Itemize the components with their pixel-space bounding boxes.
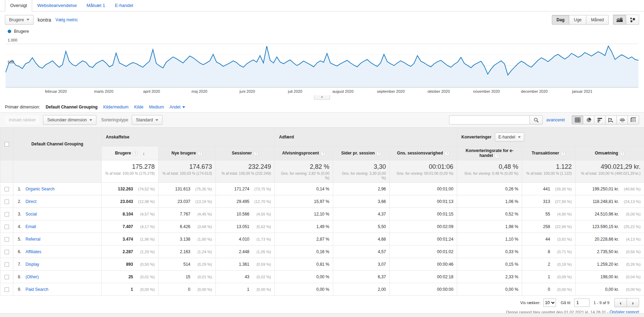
advanced-link[interactable]: avanceret: [546, 118, 565, 122]
column-header-konverteringsrate-for-e-handel[interactable]: Konverteringsrate for e-handel?: [457, 146, 522, 160]
insert-rows-button[interactable]: Indsæt rækker: [5, 115, 39, 124]
line-chart-view-button[interactable]: [613, 15, 626, 25]
performance-view-button[interactable]: [594, 115, 606, 124]
totals-value: 175.278: [105, 163, 155, 171]
rows-per-page-select[interactable]: 10: [543, 299, 556, 307]
data-table-view-button[interactable]: [572, 115, 583, 124]
select-all-checkbox[interactable]: [5, 142, 9, 146]
help-icon[interactable]: ?: [376, 151, 381, 156]
group-header-konverteringer: KonverteringerE-handel: [457, 128, 644, 146]
dimension-other-dropdown[interactable]: Andet: [169, 105, 185, 110]
pivot-icon: [631, 118, 636, 122]
channel-link-organic-search[interactable]: Organic Search: [25, 187, 54, 191]
help-icon[interactable]: ?: [133, 151, 138, 156]
cell-value: 199.250,01 kr.: [592, 187, 619, 191]
row-checkbox[interactable]: [5, 199, 9, 204]
channel-link-referral[interactable]: Referral: [25, 237, 41, 242]
term-cloud-view-button[interactable]: [616, 115, 628, 124]
dimension-column-header[interactable]: Default Channel Grouping: [13, 128, 102, 160]
cell-value: 1,06 %: [505, 199, 518, 204]
dimension-default-channel-grouping[interactable]: Default Channel Grouping: [46, 105, 98, 110]
cell-value: 0,81 %: [316, 262, 329, 267]
percentage-view-button[interactable]: [583, 115, 594, 124]
tab-oversigt[interactable]: Oversigt: [5, 0, 32, 12]
channel-link-affiliates[interactable]: Affiliates: [25, 249, 41, 254]
dimension-link-kilde[interactable]: Kilde: [134, 105, 144, 110]
cell-sessioner: 29.495 (12,70 %): [216, 195, 275, 208]
granularity-uge[interactable]: Uge: [569, 15, 586, 25]
row-checkbox[interactable]: [5, 275, 9, 279]
cell-sider-pr-session: 4,37: [333, 208, 390, 220]
channel-link-other[interactable]: (Other): [25, 274, 39, 279]
secondary-dimension-dropdown[interactable]: Sekundær dimension: [43, 115, 96, 125]
previous-page-button[interactable]: ‹: [614, 298, 627, 307]
channel-link-direct[interactable]: Direct: [25, 199, 36, 204]
help-icon[interactable]: ?: [445, 151, 449, 156]
sort-type-dropdown[interactable]: Standard: [132, 115, 162, 125]
channel-link-email[interactable]: Email: [25, 224, 36, 229]
cell-value: 3.138: [180, 237, 190, 242]
cell-percent: (4,17 %): [133, 225, 155, 229]
row-checkbox[interactable]: [5, 187, 9, 191]
help-icon[interactable]: ?: [561, 151, 566, 156]
row-checkbox[interactable]: [5, 225, 9, 229]
column-header-gns-sessionsvarighed[interactable]: Gns. sessionsvarighed?: [390, 146, 457, 160]
row-checkbox-cell: [0, 233, 13, 246]
hide-chart-toggle[interactable]: [314, 95, 330, 100]
next-page-button[interactable]: ›: [627, 298, 639, 307]
pivot-view-button[interactable]: [628, 115, 639, 124]
search-button[interactable]: [529, 115, 543, 124]
row-checkbox[interactable]: [5, 237, 9, 242]
row-checkbox[interactable]: [5, 287, 9, 292]
cell-percent: (0,26 %): [619, 262, 641, 266]
chevron-down-icon: [321, 97, 323, 98]
help-icon[interactable]: ?: [495, 153, 499, 158]
goto-page-input[interactable]: [574, 299, 590, 307]
cell-gns-sessionsvarighed: 00:01:02: [390, 246, 457, 258]
cell-sessioner: 10.566 (4,55 %): [216, 208, 275, 220]
chart-canvas: [6, 35, 638, 87]
help-icon[interactable]: ?: [620, 151, 625, 156]
cell-value: 6,37: [378, 274, 386, 279]
granularity-dag[interactable]: Dag: [552, 15, 570, 25]
dimension-link-medium[interactable]: Medium: [149, 105, 164, 110]
cell-value: 0,33 %: [505, 249, 518, 254]
column-label: Sider pr. session: [341, 151, 375, 156]
select-metric-link[interactable]: Vælg metric: [56, 17, 78, 22]
row-checkbox[interactable]: [5, 212, 9, 217]
column-header-brugere[interactable]: Brugere?↓: [102, 146, 159, 160]
help-icon[interactable]: ?: [321, 151, 325, 156]
tab-m-ls-t-1[interactable]: Målsæt 1: [82, 0, 110, 11]
column-header-sider-pr-session[interactable]: Sider pr. session?: [333, 146, 390, 160]
channel-link-paid-search[interactable]: Paid Search: [25, 287, 48, 292]
cell-value: 0,15 %: [505, 262, 518, 267]
granularity-m-ned[interactable]: Måned: [586, 15, 609, 25]
column-header-oms-tning[interactable]: Omsætning?: [576, 146, 644, 160]
channel-link-social[interactable]: Social: [25, 212, 37, 217]
help-icon[interactable]: ?: [198, 151, 203, 156]
column-header-nye-brugere[interactable]: Nye brugere?: [159, 146, 216, 160]
column-header-transaktioner[interactable]: Transaktioner?: [522, 146, 576, 160]
conversion-type-dropdown[interactable]: E-handel: [495, 133, 524, 142]
row-number: 7.: [18, 262, 25, 267]
row-checkbox[interactable]: [5, 262, 9, 267]
search-input[interactable]: [449, 115, 529, 124]
tab-e-handel[interactable]: E-handel: [110, 0, 138, 11]
metric-selector-dropdown[interactable]: Brugere: [5, 15, 34, 25]
users-line-chart[interactable]: 1.000 500: [6, 35, 638, 88]
row-checkbox[interactable]: [5, 250, 9, 254]
table-row-email: 4.Email7.407 (4,17 %)6.426 (3,68 %)13.05…: [0, 220, 644, 233]
dimension-link-kilde-medium[interactable]: Kilde/medium: [103, 105, 129, 110]
column-header-afvisningsprocent[interactable]: Afvisningsprocent?: [275, 146, 333, 160]
column-header-sessioner[interactable]: Sessioner?: [216, 146, 275, 160]
x-axis-label-december-2020: december 2020: [521, 89, 548, 93]
comparison-view-button[interactable]: [605, 115, 617, 124]
cell-brugere: 1 (0,00 %): [102, 283, 159, 296]
cell-percent: (27,90 %): [550, 199, 572, 204]
help-icon[interactable]: ?: [254, 151, 258, 156]
motion-chart-view-button[interactable]: [626, 15, 639, 25]
cell-transaktioner: 313 (27,90 %): [522, 195, 576, 208]
cell-afvisningsprocent: 0,14 %: [275, 183, 333, 195]
tab-websiteanvendelse[interactable]: Websiteanvendelse: [32, 0, 81, 11]
channel-link-display[interactable]: Display: [25, 262, 39, 267]
